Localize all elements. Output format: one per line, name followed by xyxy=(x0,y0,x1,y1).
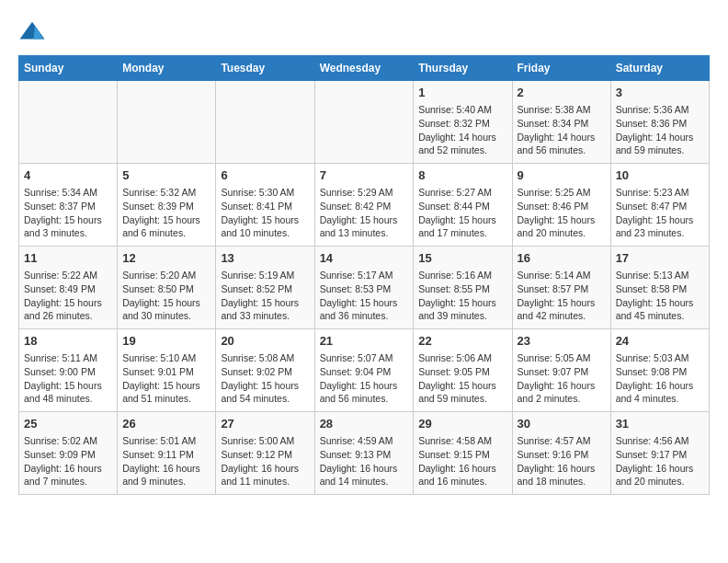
calendar-cell: 12Sunrise: 5:20 AMSunset: 8:50 PMDayligh… xyxy=(118,247,216,329)
day-number: 4 xyxy=(24,167,112,184)
day-info: Sunrise: 5:36 AMSunset: 8:36 PMDaylight:… xyxy=(616,103,704,157)
page-header xyxy=(18,18,710,46)
calendar-cell: 29Sunrise: 4:58 AMSunset: 9:15 PMDayligh… xyxy=(414,412,512,495)
day-number: 7 xyxy=(320,167,409,184)
day-info: Sunrise: 5:03 AMSunset: 9:08 PMDaylight:… xyxy=(616,351,704,406)
header-sunday: Sunday xyxy=(19,56,118,81)
day-number: 3 xyxy=(616,85,704,101)
calendar-cell: 27Sunrise: 5:00 AMSunset: 9:12 PMDayligh… xyxy=(216,412,314,495)
svg-marker-1 xyxy=(34,26,44,40)
calendar-cell xyxy=(216,81,314,164)
calendar-cell: 28Sunrise: 4:59 AMSunset: 9:13 PMDayligh… xyxy=(314,412,414,495)
calendar-week-3: 11Sunrise: 5:22 AMSunset: 8:49 PMDayligh… xyxy=(19,247,710,329)
day-info: Sunrise: 5:32 AMSunset: 8:39 PMDaylight:… xyxy=(122,186,210,240)
calendar-cell: 6Sunrise: 5:30 AMSunset: 8:41 PMDaylight… xyxy=(216,164,314,247)
day-info: Sunrise: 5:27 AMSunset: 8:44 PMDaylight:… xyxy=(418,186,506,240)
calendar-cell: 11Sunrise: 5:22 AMSunset: 8:49 PMDayligh… xyxy=(19,247,118,329)
day-number: 19 xyxy=(122,333,210,350)
calendar-cell: 2Sunrise: 5:38 AMSunset: 8:34 PMDaylight… xyxy=(512,81,610,164)
calendar-cell: 23Sunrise: 5:05 AMSunset: 9:07 PMDayligh… xyxy=(512,329,610,412)
calendar-cell xyxy=(118,81,216,164)
calendar-cell: 19Sunrise: 5:10 AMSunset: 9:01 PMDayligh… xyxy=(118,329,216,412)
day-info: Sunrise: 4:59 AMSunset: 9:13 PMDaylight:… xyxy=(320,434,409,488)
day-info: Sunrise: 5:06 AMSunset: 9:05 PMDaylight:… xyxy=(418,351,506,406)
calendar-cell: 21Sunrise: 5:07 AMSunset: 9:04 PMDayligh… xyxy=(314,329,414,412)
calendar-cell: 13Sunrise: 5:19 AMSunset: 8:52 PMDayligh… xyxy=(216,247,314,329)
day-number: 18 xyxy=(24,333,112,350)
day-info: Sunrise: 5:38 AMSunset: 8:34 PMDaylight:… xyxy=(518,103,606,157)
day-number: 30 xyxy=(518,416,606,432)
day-number: 26 xyxy=(122,416,210,432)
day-info: Sunrise: 5:19 AMSunset: 8:52 PMDaylight:… xyxy=(221,269,309,323)
calendar-week-1: 1Sunrise: 5:40 AMSunset: 8:32 PMDaylight… xyxy=(19,81,710,164)
day-info: Sunrise: 5:07 AMSunset: 9:04 PMDaylight:… xyxy=(320,351,409,406)
day-info: Sunrise: 5:01 AMSunset: 9:11 PMDaylight:… xyxy=(122,434,210,488)
logo xyxy=(18,18,50,46)
calendar-cell: 22Sunrise: 5:06 AMSunset: 9:05 PMDayligh… xyxy=(414,329,512,412)
day-info: Sunrise: 5:22 AMSunset: 8:49 PMDaylight:… xyxy=(24,269,112,323)
day-number: 13 xyxy=(221,250,309,267)
calendar-header-row: SundayMondayTuesdayWednesdayThursdayFrid… xyxy=(19,56,710,81)
header-tuesday: Tuesday xyxy=(216,56,314,81)
day-number: 14 xyxy=(320,250,409,267)
calendar-cell: 20Sunrise: 5:08 AMSunset: 9:02 PMDayligh… xyxy=(216,329,314,412)
calendar-cell: 4Sunrise: 5:34 AMSunset: 8:37 PMDaylight… xyxy=(19,164,118,247)
calendar-cell xyxy=(19,81,118,164)
calendar-week-2: 4Sunrise: 5:34 AMSunset: 8:37 PMDaylight… xyxy=(19,164,710,247)
day-number: 1 xyxy=(418,85,506,101)
calendar-cell: 3Sunrise: 5:36 AMSunset: 8:36 PMDaylight… xyxy=(610,81,709,164)
day-info: Sunrise: 5:02 AMSunset: 9:09 PMDaylight:… xyxy=(24,434,112,488)
day-number: 9 xyxy=(518,167,606,184)
day-info: Sunrise: 5:17 AMSunset: 8:53 PMDaylight:… xyxy=(320,269,409,323)
day-info: Sunrise: 5:25 AMSunset: 8:46 PMDaylight:… xyxy=(518,186,606,240)
day-number: 25 xyxy=(24,416,112,432)
day-number: 16 xyxy=(518,250,606,267)
day-info: Sunrise: 4:58 AMSunset: 9:15 PMDaylight:… xyxy=(418,434,506,488)
day-number: 17 xyxy=(616,250,704,267)
day-number: 11 xyxy=(24,250,112,267)
calendar-cell: 17Sunrise: 5:13 AMSunset: 8:58 PMDayligh… xyxy=(610,247,709,329)
calendar-cell: 1Sunrise: 5:40 AMSunset: 8:32 PMDaylight… xyxy=(414,81,512,164)
calendar-cell: 24Sunrise: 5:03 AMSunset: 9:08 PMDayligh… xyxy=(610,329,709,412)
day-info: Sunrise: 4:57 AMSunset: 9:16 PMDaylight:… xyxy=(518,434,606,488)
calendar-cell: 18Sunrise: 5:11 AMSunset: 9:00 PMDayligh… xyxy=(19,329,118,412)
day-info: Sunrise: 5:11 AMSunset: 9:00 PMDaylight:… xyxy=(24,351,112,406)
day-info: Sunrise: 5:20 AMSunset: 8:50 PMDaylight:… xyxy=(122,269,210,323)
day-info: Sunrise: 5:13 AMSunset: 8:58 PMDaylight:… xyxy=(616,269,704,323)
day-info: Sunrise: 5:00 AMSunset: 9:12 PMDaylight:… xyxy=(221,434,309,488)
day-info: Sunrise: 4:56 AMSunset: 9:17 PMDaylight:… xyxy=(616,434,704,488)
calendar-cell: 9Sunrise: 5:25 AMSunset: 8:46 PMDaylight… xyxy=(512,164,610,247)
day-info: Sunrise: 5:29 AMSunset: 8:42 PMDaylight:… xyxy=(320,186,409,240)
calendar-cell xyxy=(314,81,414,164)
day-number: 2 xyxy=(518,85,606,101)
day-number: 21 xyxy=(320,333,409,350)
day-number: 8 xyxy=(418,167,506,184)
day-number: 27 xyxy=(221,416,309,432)
calendar-cell: 7Sunrise: 5:29 AMSunset: 8:42 PMDaylight… xyxy=(314,164,414,247)
header-thursday: Thursday xyxy=(414,56,512,81)
day-info: Sunrise: 5:14 AMSunset: 8:57 PMDaylight:… xyxy=(518,269,606,323)
header-monday: Monday xyxy=(118,56,216,81)
day-number: 24 xyxy=(616,333,704,350)
header-friday: Friday xyxy=(512,56,610,81)
day-number: 20 xyxy=(221,333,309,350)
day-number: 10 xyxy=(616,167,704,184)
calendar-cell: 16Sunrise: 5:14 AMSunset: 8:57 PMDayligh… xyxy=(512,247,610,329)
day-number: 22 xyxy=(418,333,506,350)
calendar-week-4: 18Sunrise: 5:11 AMSunset: 9:00 PMDayligh… xyxy=(19,329,710,412)
day-number: 15 xyxy=(418,250,506,267)
header-saturday: Saturday xyxy=(610,56,709,81)
calendar-cell: 25Sunrise: 5:02 AMSunset: 9:09 PMDayligh… xyxy=(19,412,118,495)
day-number: 29 xyxy=(418,416,506,432)
day-info: Sunrise: 5:23 AMSunset: 8:47 PMDaylight:… xyxy=(616,186,704,240)
day-info: Sunrise: 5:16 AMSunset: 8:55 PMDaylight:… xyxy=(418,269,506,323)
day-info: Sunrise: 5:34 AMSunset: 8:37 PMDaylight:… xyxy=(24,186,112,240)
day-info: Sunrise: 5:10 AMSunset: 9:01 PMDaylight:… xyxy=(122,351,210,406)
calendar-cell: 26Sunrise: 5:01 AMSunset: 9:11 PMDayligh… xyxy=(118,412,216,495)
calendar-week-5: 25Sunrise: 5:02 AMSunset: 9:09 PMDayligh… xyxy=(19,412,710,495)
calendar-table: SundayMondayTuesdayWednesdayThursdayFrid… xyxy=(18,55,710,495)
calendar-cell: 8Sunrise: 5:27 AMSunset: 8:44 PMDaylight… xyxy=(414,164,512,247)
header-wednesday: Wednesday xyxy=(314,56,414,81)
calendar-cell: 5Sunrise: 5:32 AMSunset: 8:39 PMDaylight… xyxy=(118,164,216,247)
calendar-cell: 30Sunrise: 4:57 AMSunset: 9:16 PMDayligh… xyxy=(512,412,610,495)
